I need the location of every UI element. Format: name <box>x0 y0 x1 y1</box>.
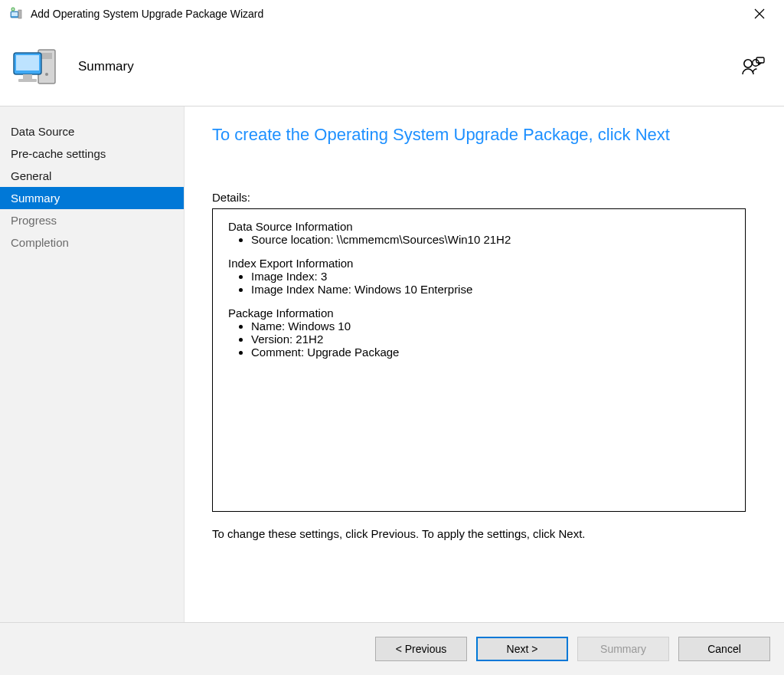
svg-point-13 <box>744 60 752 67</box>
close-button[interactable] <box>743 2 776 25</box>
details-item: Comment: Upgrade Package <box>251 346 730 359</box>
body: Data SourcePre-cache settingsGeneralSumm… <box>0 106 784 622</box>
details-section-title: Data Source Information <box>228 220 730 233</box>
svg-rect-2 <box>18 10 21 18</box>
svg-point-8 <box>45 73 48 76</box>
wizard-step: Progress <box>0 209 184 231</box>
titlebar: Add Operating System Upgrade Package Wiz… <box>0 0 784 28</box>
details-section-list: Source location: \\cmmemcm\Sources\Win10… <box>228 233 730 246</box>
wizard-step: Completion <box>0 231 184 254</box>
svg-rect-1 <box>11 12 18 16</box>
details-item: Version: 21H2 <box>251 333 730 346</box>
wizard-step: Summary <box>0 187 184 209</box>
details-section-list: Name: Windows 10Version: 21H2Comment: Up… <box>228 319 730 359</box>
previous-button[interactable]: < Previous <box>375 637 467 661</box>
details-section-list: Image Index: 3Image Index Name: Windows … <box>228 270 730 296</box>
headline: To create the Operating System Upgrade P… <box>212 125 746 145</box>
cancel-button[interactable]: Cancel <box>678 637 770 661</box>
window-title: Add Operating System Upgrade Package Wiz… <box>31 8 743 20</box>
feedback-icon[interactable] <box>741 54 766 79</box>
wizard-window: Add Operating System Upgrade Package Wiz… <box>0 0 784 675</box>
page-title: Summary <box>78 59 741 74</box>
close-icon <box>754 8 765 19</box>
content-area: To create the Operating System Upgrade P… <box>185 106 784 622</box>
details-item: Image Index: 3 <box>251 270 730 283</box>
app-icon <box>9 7 23 21</box>
next-button[interactable]: Next > <box>476 637 568 661</box>
svg-rect-7 <box>41 53 52 59</box>
footer: < Previous Next > Summary Cancel <box>0 622 784 675</box>
svg-rect-12 <box>18 79 37 82</box>
details-section-title: Package Information <box>228 306 730 319</box>
summary-button: Summary <box>577 637 669 661</box>
details-section-title: Index Export Information <box>228 257 730 270</box>
wizard-step[interactable]: Data Source <box>0 120 184 143</box>
details-box: Data Source InformationSource location: … <box>212 208 746 512</box>
details-item: Image Index Name: Windows 10 Enterprise <box>251 283 730 296</box>
svg-rect-11 <box>23 74 32 79</box>
details-label: Details: <box>212 191 746 204</box>
header: Summary <box>0 28 784 106</box>
details-item: Name: Windows 10 <box>251 319 730 333</box>
computer-icon <box>9 39 64 94</box>
wizard-step[interactable]: Pre-cache settings <box>0 143 184 165</box>
wizard-steps-sidebar: Data SourcePre-cache settingsGeneralSumm… <box>0 106 185 622</box>
svg-rect-10 <box>16 55 39 70</box>
hint-text: To change these settings, click Previous… <box>212 527 746 540</box>
wizard-step[interactable]: General <box>0 165 184 187</box>
details-item: Source location: \\cmmemcm\Sources\Win10… <box>251 233 730 246</box>
